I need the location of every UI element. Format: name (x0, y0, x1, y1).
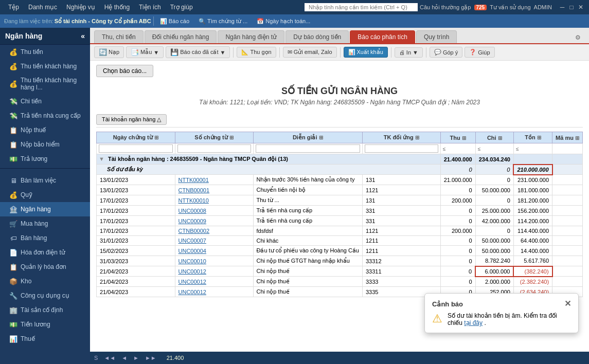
sidebar-group-quy[interactable]: 💰 Quỹ (0, 188, 90, 202)
table-row: 17/01/2023 CTNB00002 fdsfdsf 1121 200.00… (97, 226, 583, 236)
cell-soct[interactable]: CTNB00001 (175, 185, 253, 195)
menu-nghiepvu[interactable]: Nghiệp vụ (62, 3, 99, 12)
col-ton[interactable]: Tồn ⊞ (513, 132, 552, 143)
col-soct-sort-icon[interactable]: ⊞ (229, 135, 234, 140)
tab-doi-chieu[interactable]: Đối chiếu ngân hàng (145, 30, 217, 43)
notification-badge[interactable]: 725 (474, 5, 487, 10)
col-diengiai-sort-icon[interactable]: ⊞ (319, 135, 323, 140)
menu-tep[interactable]: Tệp (4, 3, 23, 12)
sidebar-group-cong-cu[interactable]: 🔧 Công cụ dụng cụ (0, 288, 90, 303)
cell-soct[interactable]: UNC00010 (175, 256, 253, 266)
tab-settings-icon[interactable]: ⚙ (571, 32, 585, 43)
col-ton-sort-icon[interactable]: ⊞ (537, 135, 541, 140)
cell-soct[interactable]: UNC00012 (175, 266, 253, 277)
tab-thu-chi[interactable]: Thu, chi tiền (94, 30, 144, 43)
cell-soct[interactable]: NTTK00010 (175, 195, 253, 206)
col-thu-sort-icon[interactable]: ⊞ (462, 135, 466, 141)
nav-last[interactable]: ►► (143, 354, 158, 361)
menu-danhmuc[interactable]: Danh mục (24, 3, 61, 12)
print-button[interactable]: 🖨 In ▼ (395, 47, 423, 58)
menu-hethong[interactable]: Hệ thống (100, 3, 134, 12)
table-row: 21/04/2023 UNC00012 Chi nộp thuế 3333 0 … (97, 277, 583, 287)
menu-trogiup[interactable]: Trợ giúp (166, 3, 197, 12)
sidebar-group-kho[interactable]: 📦 Kho (0, 274, 90, 288)
suggest-button[interactable]: 💬 Góp ý (430, 47, 462, 58)
col-so-ct[interactable]: Số chứng từ ⊞ (175, 132, 253, 143)
advisor-label[interactable]: Tư vấn sử dụng (490, 4, 530, 11)
sidebar-group-ban-lam-viec[interactable]: 🖥 Bàn làm việc (0, 173, 90, 188)
email-button[interactable]: ✉ Gửi email, Zalo (283, 47, 337, 58)
sidebar-collapse-btn[interactable]: « (81, 32, 85, 40)
sidebar-group-tien-luong[interactable]: 💵 Tiền lương (0, 317, 90, 332)
cell-mamu (552, 175, 583, 185)
global-search-input[interactable] (305, 3, 418, 11)
col-thu[interactable]: Thu ⊞ (440, 132, 475, 143)
cell-ton: 64.400.000 (513, 236, 552, 246)
sidebar-group-ngan-hang[interactable]: 🏦 Ngân hàng (0, 202, 90, 216)
filter-account-btn[interactable]: Tài khoản ngân hàng △ (96, 114, 167, 125)
col-tk-du[interactable]: TK đối ứng ⊞ (362, 132, 440, 143)
nav-next[interactable]: ► (131, 354, 141, 361)
sidebar-item-thu-tien-kh2[interactable]: 💰 Thu tiền khách hàng hàng l... (0, 74, 90, 94)
warning-link[interactable]: tại đây (464, 319, 483, 326)
cell-soct[interactable]: UNC00008 (175, 206, 253, 216)
minimize-button[interactable]: ─ (558, 3, 566, 11)
sidebar-group-ql-hoa-don[interactable]: 📋 Quản lý hóa đơn (0, 260, 90, 274)
col-ngay-sort-icon[interactable]: ⊞ (154, 135, 158, 140)
col-ngay[interactable]: Ngày chứng từ ⊞ (97, 132, 175, 143)
template-button[interactable]: 📑 Mẫu ▼ (126, 46, 164, 58)
cell-soct[interactable]: CTNB00002 (175, 226, 253, 236)
nav-prev[interactable]: ◄ (119, 354, 129, 361)
cell-tk: 131 (362, 175, 440, 185)
col-mamu[interactable]: Mã mu ⊞ (552, 132, 583, 143)
date-toolbar-btn[interactable]: 📅 Ngày hạch toán... (253, 17, 314, 26)
help-label[interactable]: Câu hỏi thường gặp (420, 4, 471, 11)
cell-soct[interactable]: NTTK00001 (175, 175, 253, 185)
cell-soct[interactable]: UNC00007 (175, 236, 253, 246)
saved-report-button[interactable]: 💾 Báo cáo đã cất ▼ (166, 46, 230, 58)
sidebar-item-thu-tien-kh[interactable]: 💰 Thu tiền khách hàng (0, 59, 90, 74)
col-chi-sort-icon[interactable]: ⊞ (498, 135, 502, 141)
col-tkdu-sort-icon[interactable]: ⊞ (415, 135, 419, 140)
filter-diengiai-input[interactable] (256, 144, 360, 153)
sidebar-item-tra-luong[interactable]: 💵 Trả lương (0, 152, 90, 166)
sidebar-group-hoa-don[interactable]: 📄 Hóa đơn điện tử (0, 245, 90, 260)
sidebar-item-thu-tien[interactable]: 💰 Thu tiền (0, 45, 90, 59)
col-mamu-sort-icon[interactable]: ⊞ (575, 135, 579, 141)
cell-soct[interactable]: UNC00009 (175, 216, 253, 226)
compact-button[interactable]: 📐 Thu gọn (237, 47, 276, 58)
sidebar-item-nop-bh[interactable]: 📋 Nộp bảo hiểm (0, 137, 90, 152)
nav-first[interactable]: ◄◄ (102, 354, 117, 361)
tab-du-bao[interactable]: Dự báo dòng tiền (285, 30, 349, 43)
filter-tkdu-input[interactable] (365, 144, 438, 153)
sidebar-item-chi-tien[interactable]: 💸 Chi tiền (0, 94, 90, 108)
sidebar-group-thue[interactable]: 📊 Thuế (0, 332, 90, 346)
warning-close-button[interactable]: ✕ (564, 300, 571, 308)
col-chi[interactable]: Chi ⊞ (475, 132, 513, 143)
help-button[interactable]: ❓ Giúp (465, 47, 494, 58)
tab-ngan-hang-dt[interactable]: Ngân hàng điện tử (218, 30, 284, 43)
tab-bao-cao[interactable]: Báo cáo phân tích (350, 30, 415, 43)
filter-soct-input[interactable] (177, 144, 251, 153)
sidebar-group-mua-hang[interactable]: 🛒 Mua hàng (0, 216, 90, 231)
sidebar-group-tai-san[interactable]: 🏢 Tài sản cố định (0, 303, 90, 317)
search-toolbar-btn[interactable]: 🔍 Tìm chứng từ ... (194, 17, 252, 26)
cell-soct[interactable]: UNC00012 (175, 287, 253, 297)
sidebar-item-tra-tien[interactable]: 💸 Trả tiền nhà cung cấp (0, 108, 90, 123)
filter-ngay-input[interactable] (99, 144, 173, 153)
sidebar-item-nop-thue[interactable]: 📋 Nộp thuế (0, 123, 90, 137)
sidebar-group-ban-hang[interactable]: 🏷 Bán hàng (0, 231, 90, 245)
refresh-button[interactable]: 🔄 Nạp (94, 46, 124, 58)
nop-thue-icon: 📋 (9, 126, 17, 134)
cell-soct[interactable]: UNC00004 (175, 246, 253, 256)
close-button[interactable]: ✕ (577, 3, 585, 11)
choose-report-button[interactable]: Chọn báo cáo... (96, 65, 153, 77)
menu-tienich[interactable]: Tiện ích (135, 3, 165, 12)
maximize-button[interactable]: □ (567, 3, 576, 11)
col-dien-giai[interactable]: Diễn giải ⊞ (253, 132, 362, 143)
tab-quy-trinh[interactable]: Quy trình (416, 30, 457, 43)
cell-soct[interactable]: UNC00012 (175, 277, 253, 287)
cell-ton: (382.240) (513, 266, 552, 277)
export-button[interactable]: 📊 Xuất khẩu (344, 47, 388, 58)
report-toolbar-btn[interactable]: 📊 Báo cáo (156, 17, 193, 26)
